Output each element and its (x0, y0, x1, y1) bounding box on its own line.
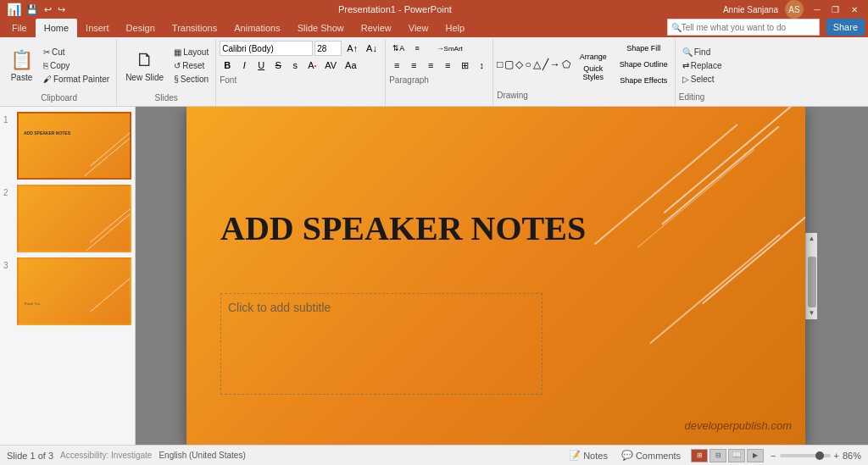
arrange-btn[interactable]: Arrange (572, 49, 615, 64)
char-spacing-btn[interactable]: AV (321, 58, 340, 73)
tab-view[interactable]: View (400, 19, 437, 37)
slide-num-3: 3 (3, 261, 14, 270)
oval-shape[interactable]: ○ (525, 58, 531, 70)
convert-smartart-btn[interactable]: →SmArt (426, 41, 473, 56)
shape-fill-btn[interactable]: Shape Fill (616, 41, 671, 56)
tab-home[interactable]: Home (36, 19, 77, 37)
slide-thumbnail-3[interactable]: Thank You (17, 257, 131, 325)
find-button[interactable]: 🔍 Find (679, 46, 740, 58)
change-case-btn[interactable]: Aa (342, 58, 359, 73)
zoom-out-btn[interactable]: − (771, 451, 776, 461)
zoom-in-btn[interactable]: + (834, 451, 839, 461)
align-left-btn[interactable]: ≡ (389, 58, 404, 73)
strikethrough-btn[interactable]: S (270, 58, 286, 73)
search-box[interactable]: 🔍 (667, 19, 820, 36)
replace-button[interactable]: ⇄ Replace (679, 59, 740, 72)
para-row-1: ⇅A ≡ →SmArt (389, 41, 489, 56)
justify-btn[interactable]: ≡ (440, 58, 455, 73)
cut-button[interactable]: ✂ Cut (40, 46, 113, 58)
line-spacing-btn[interactable]: ↕ (474, 58, 489, 73)
slide-num-2: 2 (3, 188, 14, 197)
canvas-deco-line-3 (702, 215, 805, 303)
slide-thumbnail-2[interactable] (17, 185, 131, 252)
rect-shape[interactable]: □ (497, 58, 503, 70)
reading-view-btn[interactable]: 📖 (728, 449, 745, 462)
tab-insert[interactable]: Insert (77, 19, 118, 37)
tab-review[interactable]: Review (353, 19, 400, 37)
align-center-btn[interactable]: ≡ (406, 58, 421, 73)
minimize-btn[interactable]: ─ (810, 3, 824, 16)
title-bar: 📊 💾 ↩ ↪ Presentation1 - PowerPoint Annie… (0, 0, 868, 19)
tab-transitions[interactable]: Transitions (164, 19, 225, 37)
comments-btn[interactable]: 💬 Comments (618, 448, 684, 462)
shape-effects-btn[interactable]: Shape Effects (616, 73, 671, 88)
restore-btn[interactable]: ❐ (829, 3, 843, 16)
layout-button[interactable]: ▦ Layout (170, 46, 212, 58)
tab-slideshow[interactable]: Slide Show (289, 19, 353, 37)
normal-view-btn[interactable]: ⊞ (691, 449, 708, 462)
italic-btn[interactable]: I (236, 58, 252, 73)
undo-quick-btn[interactable]: ↩ (42, 3, 53, 16)
diamond-shape[interactable]: ◇ (515, 58, 523, 70)
notes-btn[interactable]: 📝 Notes (565, 448, 611, 462)
pentagon-shape[interactable]: ⬠ (562, 58, 570, 70)
slide-canvas[interactable]: ADD SPEAKER NOTES Click to add subtitle … (186, 107, 805, 445)
tab-help[interactable]: Help (437, 19, 473, 37)
copy-button[interactable]: ⎘ Copy (40, 59, 113, 72)
save-quick-btn[interactable]: 💾 (25, 3, 40, 16)
share-button[interactable]: Share (826, 19, 865, 36)
scroll-down-btn[interactable]: ▼ (806, 307, 818, 319)
columns-btn[interactable]: ⊞ (457, 58, 472, 73)
search-input[interactable] (682, 23, 809, 32)
line-shape[interactable]: ╱ (542, 58, 548, 70)
slide-thumbnail-1[interactable]: ADD SPEAKER NOTES (17, 112, 131, 180)
user-avatar[interactable]: AS (785, 0, 804, 19)
slide-title[interactable]: ADD SPEAKER NOTES (220, 208, 586, 248)
scroll-up-btn[interactable]: ▲ (806, 233, 818, 245)
slide-thumb-title-3: Thank You (24, 302, 40, 306)
section-button[interactable]: § Section (170, 73, 212, 86)
shadow-btn[interactable]: s (287, 58, 303, 73)
paste-button[interactable]: 📋 Paste (5, 41, 38, 90)
select-button[interactable]: ▷ Select (679, 73, 740, 86)
format-painter-button[interactable]: 🖌 Format Painter (40, 73, 113, 86)
align-text-btn[interactable]: ≡ (409, 41, 425, 56)
bold-btn[interactable]: B (220, 58, 235, 73)
slide-sorter-btn[interactable]: ⊟ (709, 449, 726, 462)
section-icon: § (174, 75, 179, 84)
decrease-font-btn[interactable]: A↓ (363, 41, 381, 56)
scroll-thumb[interactable] (808, 257, 816, 307)
close-btn[interactable]: ✕ (848, 3, 861, 16)
ribbon-tabs: File Home Insert Design Transitions Anim… (0, 19, 868, 37)
font-size-input[interactable] (314, 41, 342, 56)
paragraph-group: ⇅A ≡ →SmArt ≡ ≡ ≡ ≡ ⊞ ↕ Paragraph (386, 39, 493, 106)
zoom-slider[interactable] (780, 454, 831, 457)
font-color-btn[interactable]: A (304, 58, 320, 73)
increase-font-btn[interactable]: A↑ (343, 41, 361, 56)
redo-quick-btn[interactable]: ↪ (56, 3, 67, 16)
slides-small-buttons: ▦ Layout ↺ Reset § Section (170, 41, 212, 90)
tab-design[interactable]: Design (118, 19, 164, 37)
tab-animations[interactable]: Animations (225, 19, 288, 37)
quick-styles-btn[interactable]: Quick Styles (572, 65, 615, 80)
select-icon: ▷ (682, 75, 689, 84)
rounded-rect-shape[interactable]: ▢ (504, 58, 514, 70)
canvas-deco-line-5 (637, 149, 755, 247)
font-group: A↑ A↓ B I U S s A AV Aa Font (216, 39, 386, 106)
zoom-bar: − + 86% (771, 451, 861, 461)
tab-file[interactable]: File (3, 19, 36, 37)
quick-access-toolbar: 💾 ↩ ↪ (25, 3, 67, 16)
triangle-shape[interactable]: △ (533, 58, 541, 70)
slide-subtitle-box[interactable]: Click to add subtitle (220, 293, 542, 395)
layout-icon: ▦ (174, 47, 181, 57)
text-direction-btn[interactable]: ⇅A (389, 41, 408, 56)
zoom-level: 86% (843, 451, 861, 461)
shape-outline-btn[interactable]: Shape Outline (616, 57, 671, 72)
align-right-btn[interactable]: ≡ (423, 58, 438, 73)
slideshow-btn[interactable]: ▶ (747, 449, 764, 462)
underline-btn[interactable]: U (253, 58, 269, 73)
font-name-input[interactable] (220, 41, 313, 56)
reset-button[interactable]: ↺ Reset (170, 59, 212, 72)
arrow-shape[interactable]: → (550, 58, 560, 70)
new-slide-button[interactable]: 🗋 New Slide (120, 41, 169, 90)
